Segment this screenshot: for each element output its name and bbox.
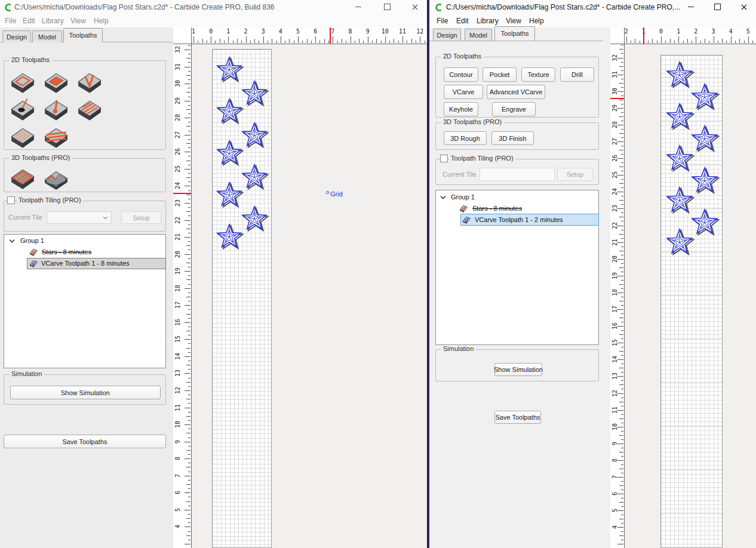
- toolpath-icon: [29, 259, 38, 267]
- carbide-create-logo-icon: [434, 3, 443, 12]
- tab-toolpaths[interactable]: Toolpaths: [494, 26, 535, 41]
- chevron-down-icon[interactable]: [9, 239, 15, 243]
- menu-help[interactable]: Help: [529, 17, 544, 25]
- engrave-button[interactable]: Engrave: [492, 102, 536, 116]
- setup-button[interactable]: Setup: [121, 211, 161, 224]
- keyhole-button[interactable]: Keyhole: [444, 102, 478, 116]
- 3d-finish-icon: [43, 166, 69, 190]
- contour-toolpath-button[interactable]: [10, 70, 36, 94]
- chevron-down-icon[interactable]: [440, 195, 446, 199]
- save-toolpaths-button[interactable]: Save Toolpaths: [494, 411, 541, 424]
- current-tile-label: Current Tile: [8, 214, 42, 221]
- menu-help[interactable]: Help: [94, 17, 109, 25]
- 3d-finish-button[interactable]: 3D Finish: [491, 131, 534, 145]
- pocket-button[interactable]: Pocket: [483, 67, 517, 82]
- advanced-vcarve-icon: [43, 125, 69, 149]
- group-3d-label: 3D Toolpaths (PRO): [441, 118, 504, 125]
- texture-icon: [10, 125, 36, 149]
- save-toolpaths-button[interactable]: Save Toolpaths: [4, 435, 166, 448]
- window-title: C:/Users/micha/Downloads/Flag Post Stars…: [14, 3, 275, 11]
- window-right: C:/Users/micha/Downloads/Flag Post Stars…: [427, 0, 756, 548]
- tab-model[interactable]: Model: [32, 30, 62, 42]
- texture-toolpath-button[interactable]: [10, 125, 36, 149]
- advanced-vcarve-toolpath-button[interactable]: [43, 125, 69, 149]
- group-3d-label: 3D Toolpaths (PRO): [9, 154, 72, 161]
- setup-button[interactable]: Setup: [557, 168, 593, 181]
- tree-group-1[interactable]: Group 1: [20, 237, 44, 244]
- 3d-rough-toolpath-button[interactable]: [10, 166, 36, 190]
- toolpath-tree: Group 1 Stars - 8 minutes VCarve Toolpat…: [4, 234, 166, 368]
- tree-item-vcarve[interactable]: VCarve Toolpath 1 - 2 minutes: [475, 216, 563, 223]
- current-tile-dropdown[interactable]: [47, 211, 112, 224]
- pocket-toolpath-button[interactable]: [43, 70, 69, 94]
- maximize-icon: [714, 4, 721, 10]
- texture-button[interactable]: Texture: [521, 67, 555, 82]
- maximize-button[interactable]: [377, 0, 397, 14]
- toolpath-icon: [462, 215, 471, 224]
- group-2d-label: 2D Toolpaths: [9, 56, 52, 63]
- group-simulation: Simulation Show Simulation: [4, 374, 166, 405]
- drill-button[interactable]: Drill: [560, 67, 594, 82]
- minimize-button[interactable]: [681, 0, 701, 14]
- close-icon: [412, 4, 418, 10]
- window-left: C:/Users/micha/Downloads/Flag Post Stars…: [0, 0, 427, 548]
- maximize-icon: [384, 4, 391, 10]
- window-title: C:/Users/micha/Downloads/Flag Post Stars…: [446, 3, 680, 11]
- minimize-icon: [688, 7, 694, 7]
- vcarve-icon: [76, 70, 103, 94]
- simulation-label: Simulation: [441, 345, 476, 352]
- close-button[interactable]: [405, 0, 425, 14]
- toolpath-tiling-checkbox[interactable]: [7, 196, 15, 204]
- toolpath-tiling-checkbox[interactable]: [440, 155, 448, 162]
- group-2d-label: 2D Toolpaths: [441, 53, 484, 60]
- tab-design[interactable]: Design: [2, 30, 31, 42]
- menu-library[interactable]: Library: [42, 17, 64, 25]
- chevron-down-icon: [103, 216, 108, 220]
- menu-edit[interactable]: Edit: [456, 17, 469, 25]
- 3d-rough-button[interactable]: 3D Rough: [444, 131, 487, 145]
- 3d-finish-toolpath-button[interactable]: [43, 166, 69, 190]
- keyhole-icon: [43, 97, 69, 121]
- simulation-label: Simulation: [9, 370, 44, 377]
- menu-library[interactable]: Library: [477, 17, 499, 25]
- minimize-button[interactable]: [348, 0, 368, 14]
- tab-model[interactable]: Model: [465, 29, 492, 41]
- titlebar[interactable]: C:/Users/micha/Downloads/Flag Post Stars…: [0, 0, 427, 14]
- group-simulation: Simulation Show Simulation: [435, 349, 599, 381]
- tab-toolpaths[interactable]: Toolpaths: [63, 28, 103, 42]
- titlebar[interactable]: C:/Users/micha/Downloads/Flag Post Stars…: [429, 0, 756, 14]
- group-3d-toolpaths: 3D Toolpaths (PRO) 3D Rough 3D Finish: [435, 122, 599, 150]
- toolpath-tree: Group 1 Stars - 8 minutes VCarve Toolpat…: [435, 190, 599, 345]
- advanced-vcarve-button[interactable]: Advanced VCarve: [487, 85, 545, 99]
- group-3d-toolpaths: 3D Toolpaths (PRO): [4, 158, 166, 192]
- show-simulation-button[interactable]: Show Simulation: [494, 363, 542, 376]
- contour-icon: [10, 70, 36, 94]
- toolpath-icon: [29, 248, 38, 256]
- maximize-button[interactable]: [707, 0, 727, 14]
- toolpath-icon: [459, 204, 468, 213]
- menu-edit[interactable]: Edit: [23, 17, 35, 25]
- tree-item-vcarve[interactable]: VCarve Toolpath 1 - 8 minutes: [41, 260, 130, 267]
- close-button[interactable]: [734, 0, 754, 14]
- contour-button[interactable]: Contour: [444, 67, 478, 82]
- tree-group-1[interactable]: Group 1: [451, 193, 475, 201]
- tree-item-stars[interactable]: Stars - 8 minutes: [42, 248, 91, 255]
- vcarve-button[interactable]: VCarve: [444, 85, 483, 99]
- drill-icon: [10, 97, 36, 121]
- current-tile-field[interactable]: [480, 168, 555, 181]
- menu-file[interactable]: File: [5, 17, 16, 25]
- keyhole-toolpath-button[interactable]: [43, 97, 69, 121]
- toolpath-tiling-label: Toolpath Tiling (PRO): [449, 155, 515, 162]
- 3d-rough-icon: [10, 166, 36, 190]
- vcarve-toolpath-button[interactable]: [76, 70, 103, 94]
- close-icon: [741, 4, 747, 10]
- menu-file[interactable]: File: [437, 17, 448, 25]
- menu-view[interactable]: View: [70, 17, 86, 25]
- tab-design[interactable]: Design: [433, 29, 461, 41]
- show-simulation-button[interactable]: Show Simulation: [10, 386, 161, 399]
- menu-view[interactable]: View: [506, 17, 521, 25]
- menubar: File Edit Library View Help: [429, 14, 756, 27]
- engrave-toolpath-button[interactable]: [76, 97, 103, 121]
- drill-toolpath-button[interactable]: [10, 97, 36, 121]
- tree-item-stars[interactable]: Stars - 8 minutes: [472, 205, 522, 212]
